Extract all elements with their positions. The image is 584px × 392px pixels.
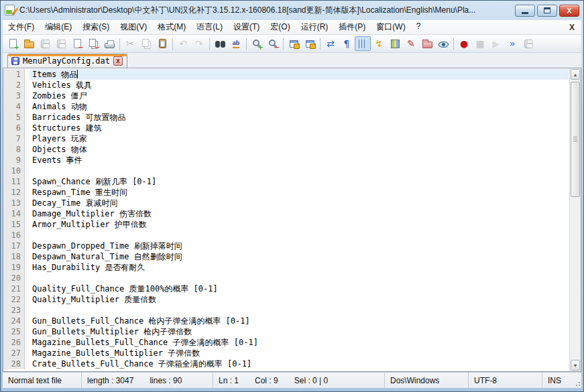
close-all-badge-icon: − — [95, 44, 100, 51]
replace-button[interactable]: ab — [228, 36, 244, 51]
menu-format[interactable]: 格式(M) — [152, 19, 191, 35]
toolbar-separator — [119, 38, 120, 50]
tab-menuplayconfig[interactable]: MenuPlayConfig.dat x — [7, 54, 127, 68]
sync-vertical-scroll-button[interactable] — [286, 36, 302, 51]
line-number: 8 — [3, 144, 25, 155]
menu-edit[interactable]: 编辑(E) — [40, 19, 77, 35]
line-number: 11 — [3, 176, 25, 187]
macro-save-icon — [524, 40, 533, 48]
menu-file[interactable]: 文件(F) — [3, 19, 40, 35]
status-encoding[interactable]: UTF-8 — [469, 373, 542, 388]
scroll-up-button[interactable]: ▲ — [571, 69, 580, 80]
editor-line-27[interactable]: 27Magazine_Bullets_Multiplier 子弹倍数 — [3, 348, 569, 358]
zoom-out-button[interactable]: − — [265, 36, 281, 51]
maximize-button[interactable] — [537, 5, 557, 17]
editor-line-10[interactable]: 10 — [3, 166, 569, 176]
line-text — [30, 273, 569, 283]
line-text: Spawn_Chance 刷新几率 [0-1] — [30, 176, 569, 187]
editor-line-1[interactable]: 1Items 物品 — [3, 69, 569, 80]
zoom-in-button[interactable]: + — [249, 36, 265, 51]
editor-area[interactable]: 1Items 物品2Vehicles 载具3Zombies 僵尸4Animals… — [3, 68, 581, 372]
editor-line-11[interactable]: 11Spawn_Chance 刷新几率 [0-1] — [3, 176, 569, 187]
tab-close-icon[interactable]: x — [113, 56, 123, 66]
editor-line-21[interactable]: 21Quality_Full_Chance 质量100%的概率 [0-1] — [3, 283, 569, 294]
macro-run-multiple-button[interactable]: » — [504, 36, 520, 51]
editor-line-15[interactable]: 15Armor_Multiplier 护甲倍数 — [3, 219, 569, 230]
paste-button[interactable] — [154, 36, 170, 51]
editor-line-28[interactable]: 28Crate_Bullets_Full_Chance 子弹箱全满的概率 [0-… — [3, 358, 569, 369]
editor-line-20[interactable]: 20 — [3, 273, 569, 283]
editor-line-4[interactable]: 4Animals 动物 — [3, 101, 569, 112]
line-number: 13 — [3, 198, 25, 208]
scroll-down-button[interactable]: ▼ — [571, 360, 580, 371]
menu-help[interactable]: ? — [411, 19, 426, 35]
line-number: 6 — [3, 123, 25, 133]
status-insert-mode[interactable]: INS — [542, 373, 571, 388]
vertical-scrollbar[interactable]: ▲ ▼ — [569, 68, 581, 371]
menu-search[interactable]: 搜索(S) — [77, 19, 115, 35]
undo-icon: ↶ — [179, 39, 187, 48]
menu-settings[interactable]: 设置(T) — [228, 19, 265, 35]
menu-view[interactable]: 视图(V) — [115, 19, 152, 35]
menubar-close-icon[interactable]: X — [563, 21, 581, 34]
editor-line-8[interactable]: 8Objects 物体 — [3, 144, 569, 155]
title-bar[interactable]: C:\Users\Administrator\Desktop\中文补丁\UN汉化… — [1, 1, 583, 20]
print-button[interactable] — [101, 36, 117, 51]
line-number: 12 — [3, 187, 25, 198]
bookmark-margin — [25, 241, 30, 251]
editor-line-2[interactable]: 2Vehicles 载具 — [3, 80, 569, 90]
code-view[interactable]: 1Items 物品2Vehicles 载具3Zombies 僵尸4Animals… — [3, 69, 569, 371]
resize-grip[interactable] — [571, 373, 581, 388]
show-indent-guide-icon — [359, 40, 367, 48]
sync-horizontal-scroll-button[interactable] — [302, 36, 318, 51]
editor-line-5[interactable]: 5Barricades 可放置物品 — [3, 112, 569, 123]
folder-as-workspace-button[interactable] — [419, 36, 435, 51]
document-map-button[interactable] — [387, 36, 403, 51]
editor-line-26[interactable]: 26Magazine_Bullets_Full_Chance 子弹全满的概率 [… — [3, 337, 569, 348]
editor-line-9[interactable]: 9Events 事件 — [3, 155, 569, 166]
editor-line-17[interactable]: 17Despawn_Dropped_Time 刷新掉落时间 — [3, 241, 569, 251]
menu-window[interactable]: 窗口(W) — [371, 19, 410, 35]
menu-plugins[interactable]: 插件(P) — [333, 19, 371, 35]
toolbar-separator — [246, 38, 247, 50]
scrollbar-thumb[interactable] — [571, 82, 580, 197]
menu-macro[interactable]: 宏(O) — [265, 19, 295, 35]
editor-line-22[interactable]: 22Quality_Multiplier 质量倍数 — [3, 294, 569, 305]
open-file-button[interactable] — [21, 36, 37, 51]
editor-line-6[interactable]: 6Structures 建筑 — [3, 123, 569, 133]
function-completion-button[interactable]: ↯ — [371, 36, 387, 51]
document-peek-button[interactable] — [435, 36, 451, 51]
show-indent-guide-button[interactable] — [355, 36, 371, 51]
editor-line-12[interactable]: 12Respawn_Time 重生时间 — [3, 187, 569, 198]
bookmark-margin — [25, 187, 30, 198]
editor-line-16[interactable]: 16 — [3, 230, 569, 241]
close-file-button[interactable]: − — [69, 36, 85, 51]
editor-line-25[interactable]: 25Gun_Bullets_Multiplier 枪内子弹倍数 — [3, 326, 569, 337]
word-wrap-button[interactable]: ⇄ — [323, 36, 339, 51]
line-text: Vehicles 载具 — [30, 80, 569, 90]
line-text: Quality_Multiplier 质量倍数 — [30, 294, 569, 305]
editor-line-19[interactable]: 19Has_Durability 是否有耐久 — [3, 262, 569, 273]
editor-line-3[interactable]: 3Zombies 僵尸 — [3, 90, 569, 101]
window-title: C:\Users\Administrator\Desktop\中文补丁\UN汉化… — [19, 5, 510, 16]
editor-line-24[interactable]: 24Gun_Bullets_Full_Chance 枪内子弹全满的概率 [0-1… — [3, 316, 569, 326]
find-button[interactable] — [212, 36, 228, 51]
minimize-button[interactable] — [515, 5, 535, 17]
new-file-button[interactable]: + — [5, 36, 21, 51]
status-sel: Sel : 0 | 0 — [294, 376, 328, 385]
menu-language[interactable]: 语言(L) — [191, 19, 228, 35]
macro-record-button[interactable]: ● — [456, 36, 472, 51]
menu-run[interactable]: 运行(R) — [296, 19, 334, 35]
editor-line-18[interactable]: 18Despawn_Natural_Time 自然删除时间 — [3, 251, 569, 262]
editor-line-7[interactable]: 7Players 玩家 — [3, 133, 569, 144]
toolbar-separator — [209, 38, 210, 50]
editor-line-14[interactable]: 14Damage_Multiplier 伤害倍数 — [3, 208, 569, 219]
editor-line-13[interactable]: 13Decay_Time 衰减时间 — [3, 198, 569, 208]
editor-line-23[interactable]: 23 — [3, 305, 569, 316]
show-all-characters-button[interactable]: ¶ — [339, 36, 355, 51]
status-eol-format[interactable]: Dos\Windows — [385, 373, 469, 388]
zoom-out-badge-icon: − — [274, 44, 280, 51]
user-defined-dialog-button[interactable]: ✎ — [403, 36, 419, 51]
close-all-button[interactable]: − — [85, 36, 101, 51]
close-button[interactable]: X — [559, 5, 579, 17]
